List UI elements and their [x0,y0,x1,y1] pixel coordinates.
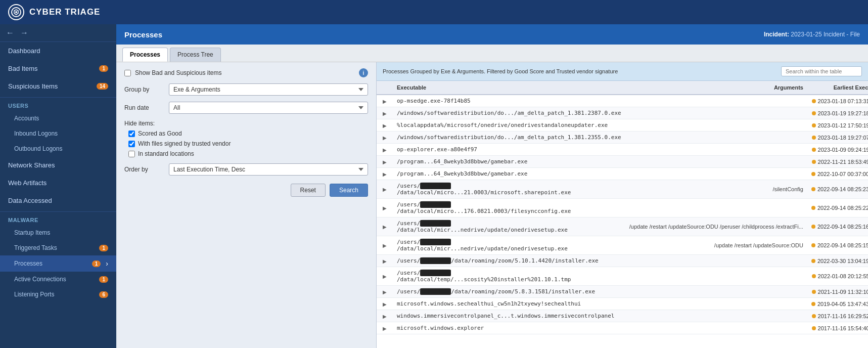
score-dot [812,136,816,140]
expand-button[interactable]: ▶ [381,326,389,331]
args-cell [625,119,807,132]
score-dot [811,187,815,191]
expand-button[interactable]: ▶ [381,171,389,177]
order-by-select[interactable]: Last Execution Time, Desc First Executio… [169,163,368,176]
expand-button[interactable]: ▶ [381,274,389,279]
active-connections-label: Active Connections [14,276,66,283]
processes-label: Processes [14,260,42,267]
sidebar-item-data-accessed[interactable]: Data Accessed [0,192,116,209]
sidebar-item-startup-items[interactable]: Startup Items [0,225,116,240]
table-body: ▶op-msedge.exe-78f14b852023-01-18 07:13:… [377,95,868,334]
incident-label: Incident: [764,31,789,38]
hide-standard-checkbox[interactable] [128,151,135,157]
sidebar-item-suspicious-items[interactable]: Suspicious Items 14 [0,77,116,95]
col-expand [377,81,393,95]
score-dot [812,326,816,330]
col-arguments[interactable]: Arguments [625,81,807,95]
expand-button[interactable]: ▶ [381,99,389,104]
score-dot [812,99,816,103]
logo-icon [8,4,24,20]
malware-section-header: Malware [0,211,116,225]
table-row: ▶/users/████████/data/local/micro...176.… [377,199,868,218]
tab-processes[interactable]: Processes [122,48,168,62]
sidebar-item-bad-items[interactable]: Bad Items 1 [0,60,116,77]
run-date-select[interactable]: All Last 7 days Last 30 days [169,102,368,114]
row-expand-cell: ▶ [377,310,393,322]
info-icon[interactable]: i [359,68,368,77]
page-title: Processes [124,30,162,39]
expand-button[interactable]: ▶ [381,147,389,153]
sidebar-item-dashboard[interactable]: Dashboard [0,42,116,60]
sidebar-item-inbound-logons[interactable]: Inbound Logons [0,126,116,141]
col-executable[interactable]: Executable [393,81,625,95]
exe-cell: %localappdata%/microsoft/onedrive/onedri… [393,119,625,132]
row-expand-cell: ▶ [377,298,393,310]
row-expand-cell: ▶ [377,322,393,334]
search-button[interactable]: Search [330,184,368,197]
suspicious-items-label: Suspicious Items [8,82,58,90]
show-bad-checkbox[interactable] [124,70,131,76]
args-cell [625,156,807,168]
expand-button[interactable]: ▶ [381,224,389,230]
hide-good-checkbox[interactable] [128,130,135,137]
expand-button[interactable]: ▶ [381,301,389,307]
listening-ports-badge: 6 [99,291,108,298]
expand-button[interactable]: ▶ [381,135,389,141]
expand-button[interactable]: ▶ [381,289,389,295]
earliest-cell: 2023-01-18 19:27:07 EST [807,132,868,144]
reset-button[interactable]: Reset [291,184,326,197]
bad-items-badge: 1 [99,65,108,72]
col-earliest[interactable]: Earliest Execution [807,81,868,95]
table-row: ▶op-explorer.exe-a80e4f972023-01-09 09:2… [377,144,868,156]
args-cell: /update /restart /updateSource:ODU [625,236,807,255]
show-bad-row: Show Bad and Suspicious items i [124,68,368,77]
exe-cell: microsoft.windows.explorer [393,322,625,334]
sidebar-item-active-connections[interactable]: Active Connections 1 [0,272,116,287]
row-expand-cell: ▶ [377,144,393,156]
filter-description: Processes Grouped by Exe & Arguments. Fi… [383,68,618,74]
expand-button[interactable]: ▶ [381,187,389,192]
sidebar-item-network-shares[interactable]: Network Shares [0,156,116,174]
expand-button[interactable]: ▶ [381,123,389,128]
group-by-label: Group by [124,86,165,93]
table-search-input[interactable] [781,66,862,76]
table-row: ▶/users/████████/data/local/micr...nedri… [377,218,868,236]
tab-process-tree[interactable]: Process Tree [170,48,221,62]
sidebar-item-triggered-tasks[interactable]: Triggered Tasks 1 [0,240,116,255]
args-cell [625,298,807,310]
table-row: ▶microsoft.windows.explorer2017-11-16 15… [377,322,868,334]
expand-button[interactable]: ▶ [381,243,389,248]
expand-button[interactable]: ▶ [381,205,389,211]
processes-table: Executable Arguments Earliest Execution … [377,81,868,334]
dashboard-label: Dashboard [8,47,40,55]
score-dot [812,111,816,115]
sidebar-item-outbound-logons[interactable]: Outbound Logons [0,141,116,156]
sidebar-item-processes[interactable]: Processes 1 › [0,255,116,272]
forward-button[interactable]: → [20,28,28,37]
back-button[interactable]: ← [6,28,14,37]
hide-trusted-checkbox[interactable] [128,141,135,147]
args-cell [625,107,807,119]
panels: Show Bad and Suspicious items i Group by… [116,62,868,348]
suspicious-items-badge: 14 [97,83,108,90]
earliest-cell: 2023-01-09 09:24:19 EST [807,144,868,156]
row-expand-cell: ▶ [377,132,393,144]
table-row: ▶/windows/softwaredistribution/do.../am_… [377,132,868,144]
expand-button[interactable]: ▶ [381,159,389,165]
order-by-row: Order by Last Execution Time, Desc First… [124,163,368,176]
sidebar-item-listening-ports[interactable]: Listening Ports 6 [0,287,116,302]
table-row: ▶windows.immersivecontrolpanel_c...t.win… [377,310,868,322]
expand-button[interactable]: ▶ [381,111,389,116]
earliest-cell: 2022-09-14 08:25:15 EDT [807,236,868,255]
args-cell [625,132,807,144]
group-by-select[interactable]: Exe & Arguments Exe Only None [169,83,368,96]
expand-button[interactable]: ▶ [381,258,389,264]
hide-trusted-row: With files signed by trusted vendor [124,140,368,147]
row-expand-cell: ▶ [377,199,393,218]
expand-button[interactable]: ▶ [381,314,389,319]
sidebar-item-web-artifacts[interactable]: Web Artifacts [0,174,116,192]
sidebar-item-accounts[interactable]: Accounts [0,111,116,126]
hide-items-section: Hide items: Scored as Good With files si… [124,120,368,157]
score-dot [812,123,816,127]
earliest-cell: 2023-01-19 19:27:18 EST [807,107,868,119]
